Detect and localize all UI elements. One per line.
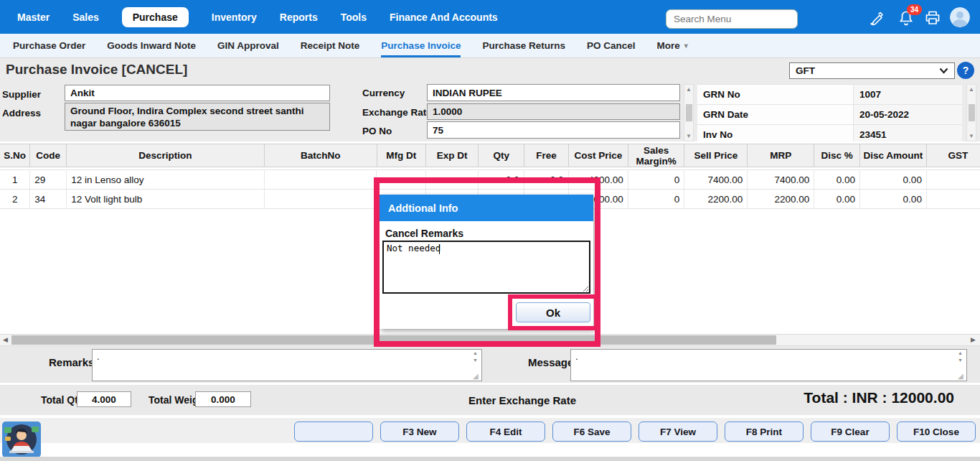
address-label: Address <box>2 108 41 118</box>
column-header-mrp[interactable]: MRP <box>748 144 814 167</box>
total-qty-field: 4.000 <box>77 391 131 407</box>
grn-no-label: GRN No <box>697 85 854 104</box>
topnav-item-purchase[interactable]: Purchase <box>122 7 189 27</box>
cell-disc: 0.00 <box>814 190 860 208</box>
user-avatar[interactable] <box>950 7 970 27</box>
column-header-batchno[interactable]: BatchNo <box>265 144 377 167</box>
resize-grip-icon[interactable]: ◢ <box>473 372 479 380</box>
column-header-gst[interactable]: GST <box>927 144 980 167</box>
scroll-left-icon[interactable]: ◀ <box>3 336 8 343</box>
column-header-disc[interactable]: Disc % <box>814 144 860 167</box>
cell-sales-margin: 0 <box>628 170 684 189</box>
table-row[interactable]: 12912 in Lenso alloy2.00.04000.0007400.0… <box>0 169 980 190</box>
footer-buttons: F3 NewF4 EditF6 SaveF7 ViewF8 PrintF9 Cl… <box>294 422 976 442</box>
grand-total: Total : INR : 12000.00 <box>789 389 954 406</box>
cell-mfg-dt <box>377 170 426 189</box>
topnav-items: MasterSalesPurchaseInventoryReportsTools… <box>17 7 498 27</box>
column-header-free[interactable]: Free <box>524 144 569 167</box>
scrollbar-thumb[interactable] <box>969 104 975 121</box>
footer-button-f10-close[interactable]: F10 Close <box>897 422 976 442</box>
ok-button[interactable]: Ok <box>516 302 590 322</box>
topnav-item-inventory[interactable]: Inventory <box>212 11 257 23</box>
printer-icon[interactable] <box>924 9 941 27</box>
message-spinner[interactable]: ▲▼ <box>955 350 966 363</box>
remarks-label: Remarks <box>49 356 94 368</box>
topnav-item-master[interactable]: Master <box>17 11 50 23</box>
total-weight-field: 0.000 <box>195 391 251 407</box>
cell-description: 12 in Lenso alloy <box>67 170 264 189</box>
footer-button-f8-print[interactable]: F8 Print <box>725 422 804 442</box>
subnav-item-purchase-order[interactable]: Purchase Order <box>13 34 85 57</box>
topnav-item-sales[interactable]: Sales <box>72 11 99 23</box>
currency-field[interactable]: INDIAN RUPEE <box>427 84 680 101</box>
message-label: Message <box>528 356 573 368</box>
cell-s-no: 2 <box>0 190 30 208</box>
subnav-item-goods-inward-note[interactable]: Goods Inward Note <box>107 34 196 57</box>
column-header-disc-amount[interactable]: Disc Amount <box>860 144 927 167</box>
cancel-remarks-field[interactable]: Not needed <box>382 241 590 294</box>
grn-scrollbar-left[interactable]: ▲ ▼ <box>684 84 694 141</box>
cell-s-no: 1 <box>0 170 30 189</box>
column-header-s-no[interactable]: S.No <box>0 144 30 167</box>
subnav-item-more[interactable]: More▾ <box>657 34 688 57</box>
cell-sell-price: 2200.00 <box>684 190 748 208</box>
scroll-right-icon[interactable]: ▶ <box>971 336 976 343</box>
top-navigation: MasterSalesPurchaseInventoryReportsTools… <box>0 0 980 34</box>
resize-grip-icon[interactable]: ◢ <box>958 372 963 380</box>
scroll-up-icon[interactable]: ▲ <box>686 86 692 93</box>
scroll-up-icon[interactable]: ▲ <box>969 86 974 93</box>
cell-mrp: 7400.00 <box>748 170 814 189</box>
column-header-qty[interactable]: Qty <box>479 144 524 167</box>
subnav-item-gin-approval[interactable]: GIN Approval <box>217 34 279 57</box>
scrollbar-thumb[interactable] <box>686 104 692 121</box>
cell-code: 29 <box>30 170 67 189</box>
subnav-item-po-cancel[interactable]: PO Cancel <box>587 34 636 57</box>
support-chat-icon[interactable] <box>2 422 41 457</box>
column-header-description[interactable]: Description <box>67 144 265 167</box>
scrollbar-thumb[interactable] <box>11 335 776 345</box>
remarks-field[interactable]: . <box>92 349 482 381</box>
brush-icon[interactable] <box>868 9 885 27</box>
purchase-invoice-page: MasterSalesPurchaseInventoryReportsTools… <box>0 0 980 461</box>
grn-scrollbar-right[interactable]: ▲ ▼ <box>966 84 976 141</box>
topnav-item-tools[interactable]: Tools <box>341 11 367 23</box>
page-title: Purchase Invoice [CANCEL] <box>6 62 187 78</box>
column-header-code[interactable]: Code <box>30 144 67 167</box>
horizontal-scrollbar[interactable]: ◀ ▶ <box>0 334 980 346</box>
column-header-sales-margin[interactable]: Sales Margin% <box>628 144 684 167</box>
help-button[interactable]: ? <box>957 62 974 79</box>
supplier-field[interactable]: Ankit <box>65 85 330 101</box>
subnav-item-receipt-note[interactable]: Receipt Note <box>301 34 360 57</box>
message-field[interactable]: . <box>570 349 967 381</box>
scroll-down-icon[interactable]: ▼ <box>686 133 692 139</box>
column-header-sell-price[interactable]: Sell Price <box>684 144 748 167</box>
company-select[interactable]: GFT <box>789 62 955 79</box>
grn-no-value: 1007 <box>854 85 962 104</box>
column-header-exp-dt[interactable]: Exp Dt <box>426 144 479 167</box>
footer-button-f7-view[interactable]: F7 View <box>639 422 717 442</box>
cancel-remarks-label: Cancel Remarks <box>385 228 593 239</box>
cell-disc-amount: 0.00 <box>860 170 927 189</box>
exchange-rate-label: Exchange Rate <box>362 107 432 118</box>
footer-button-blank[interactable] <box>294 422 373 442</box>
cell-code: 34 <box>30 190 67 208</box>
footer-button-f9-clear[interactable]: F9 Clear <box>811 422 890 442</box>
po-no-label: PO No <box>362 126 392 136</box>
topnav-item-reports[interactable]: Reports <box>280 11 318 23</box>
topnav-item-finance-and-accounts[interactable]: Finance And Accounts <box>390 11 498 23</box>
column-header-cost-price[interactable]: Cost Price <box>569 144 628 167</box>
column-header-mfg-dt[interactable]: Mfg Dt <box>377 144 427 167</box>
subnav-item-purchase-invoice[interactable]: Purchase Invoice <box>381 34 461 57</box>
footer-button-f4-edit[interactable]: F4 Edit <box>466 422 545 442</box>
cell-description: 12 Volt light bulb <box>67 190 264 208</box>
cell-batchno <box>265 170 377 189</box>
footer-button-f3-new[interactable]: F3 New <box>380 422 459 442</box>
search-input[interactable] <box>666 9 798 29</box>
subnav-item-purchase-returns[interactable]: Purchase Returns <box>482 34 565 57</box>
grid-header: S.NoCodeDescriptionBatchNoMfg DtExp DtQt… <box>0 144 980 167</box>
cell-sales-margin: 0 <box>628 190 684 208</box>
footer-button-f6-save[interactable]: F6 Save <box>552 422 631 442</box>
scroll-down-icon[interactable]: ▼ <box>969 133 974 139</box>
remarks-spinner[interactable]: ▲▼ <box>470 350 481 363</box>
po-no-field[interactable]: 75 <box>427 121 680 139</box>
